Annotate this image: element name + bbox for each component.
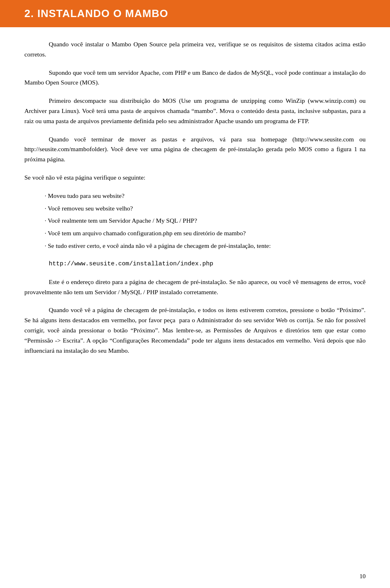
paragraph-1-text: Quando você instalar o Mambo Open Source… xyxy=(24,41,366,58)
list-item: Moveu tudo para seu website? xyxy=(41,191,366,201)
paragraph-5-text: Se você não vê esta página verifique o s… xyxy=(24,174,145,181)
list-item: Você realmente tem um Servidor Apache / … xyxy=(41,216,366,226)
list-item-text: Moveu tudo para seu website? xyxy=(48,192,125,199)
paragraph-7-text: Este é o endereço direto para a página d… xyxy=(24,278,366,295)
bullet-list: Moveu tudo para seu website? Você remove… xyxy=(41,191,366,251)
list-item: Você tem um arquivo chamado configuratio… xyxy=(41,228,366,239)
paragraph-2: Supondo que você tem um servidor Apache,… xyxy=(24,68,366,88)
paragraph-8: Quando você vê a página de checagem de p… xyxy=(24,305,366,356)
paragraph-4-text: Quando você terminar de mover as pastas … xyxy=(24,136,366,163)
chapter-title: 2. INSTALANDO O MAMBO xyxy=(24,7,366,20)
page-container: 2. INSTALANDO O MAMBO Quando você instal… xyxy=(0,0,390,588)
paragraph-5: Se você não vê esta página verifique o s… xyxy=(24,173,366,183)
paragraph-3: Primeiro descompacte sua distribuição do… xyxy=(24,96,366,126)
list-item: Se tudo estiver certo, e você ainda não … xyxy=(41,241,366,251)
paragraph-4: Quando você terminar de mover as pastas … xyxy=(24,135,366,165)
paragraph-2-text: Supondo que você tem um servidor Apache,… xyxy=(24,69,366,86)
paragraph-3-text: Primeiro descompacte sua distribuição do… xyxy=(24,97,366,124)
page-number: 10 xyxy=(360,573,366,580)
content-body: Quando você instalar o Mambo Open Source… xyxy=(24,39,366,356)
list-item: Você removeu seu website velho? xyxy=(41,204,366,214)
list-item-text: Se tudo estiver certo, e você ainda não … xyxy=(48,242,271,249)
list-item-text: Você removeu seu website velho? xyxy=(48,205,133,212)
url-text: http://www.seusite.com/installation/inde… xyxy=(49,260,213,267)
paragraph-1: Quando você instalar o Mambo Open Source… xyxy=(24,39,366,60)
list-item-text: Você realmente tem um Servidor Apache / … xyxy=(48,217,197,224)
chapter-header: 2. INSTALANDO O MAMBO xyxy=(0,0,390,27)
paragraph-8-text: Quando você vê a página de checagem de p… xyxy=(24,306,366,354)
list-item-text: Você tem um arquivo chamado configuratio… xyxy=(48,230,245,237)
url-line: http://www.seusite.com/installation/inde… xyxy=(49,259,366,269)
paragraph-7: Este é o endereço direto para a página d… xyxy=(24,277,366,297)
